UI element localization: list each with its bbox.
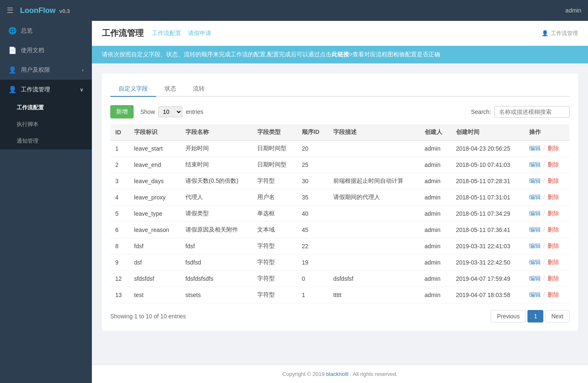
sidebar-item-label: 用户及权限 [21, 66, 50, 74]
col-name: 字段名称 [180, 124, 252, 141]
sidebar-item-overview[interactable]: 🌐 总览 [0, 21, 92, 40]
table-row: 8 fdsf fdsf 字符型 22 admin 2019-03-31 22:4… [110, 238, 570, 254]
cell-order: 25 [297, 157, 328, 173]
cell-identifier: test [129, 287, 180, 303]
cell-order: 19 [297, 254, 328, 271]
cell-order: 35 [297, 189, 328, 206]
action-separator: / [543, 226, 545, 233]
menu-toggle-icon[interactable]: ☰ [7, 6, 13, 15]
sidebar-item-workflow[interactable]: 👤 工作流管理 ∨ [0, 80, 92, 99]
delete-link[interactable]: 删除 [547, 210, 559, 217]
cell-order: 45 [297, 222, 328, 238]
cell-created-at: 2018-05-11 07:28:31 [451, 173, 524, 189]
cell-actions: 编辑 / 删除 [524, 141, 570, 157]
add-button[interactable]: 新增 [110, 105, 134, 118]
sidebar-sub-item-exec-script[interactable]: 执行脚本 [0, 116, 92, 133]
edit-link[interactable]: 编辑 [529, 291, 541, 298]
next-button[interactable]: Next [545, 310, 570, 323]
table-row: 3 leave_days 请假天数(0.5的倍数) 字符型 30 前端根据起止时… [110, 173, 570, 189]
cell-name: stsets [180, 287, 252, 303]
delete-link[interactable]: 删除 [547, 242, 559, 249]
cell-identifier: leave_days [129, 173, 180, 189]
show-entries: Show 10 25 50 100 entries [140, 106, 203, 117]
cell-identifier: leave_reason [129, 222, 180, 238]
page-nav-link-workflow-config[interactable]: 工作流配置 [152, 30, 181, 36]
delete-link[interactable]: 删除 [547, 259, 559, 265]
tab-transfer[interactable]: 流转 [185, 82, 213, 97]
page-header-right: 👤 工作流管理 [542, 30, 578, 37]
alert-text: 请依次按照自定义字段、状态、流转的顺序来完成工作流的配置,配置完成后可以通过点击 [102, 51, 332, 58]
delete-link[interactable]: 删除 [547, 161, 559, 168]
table-row: 12 sfdsfdsf fdsfdsfsdfs 字符型 0 dsfdsfsf a… [110, 271, 570, 287]
edit-link[interactable]: 编辑 [529, 275, 541, 282]
data-table: ID 字段标识 字段名称 字段类型 顺序ID 字段描述 创建人 创建时间 操作 [110, 124, 570, 303]
edit-link[interactable]: 编辑 [529, 259, 541, 265]
cell-creator: admin [420, 157, 451, 173]
breadcrumb-text: 工作流管理 [551, 30, 578, 37]
edit-link[interactable]: 编辑 [529, 226, 541, 233]
main-content: 工作流管理 工作流配置 请假申请 👤 工作流管理 请依次按照自定义字段、状态、流… [92, 21, 588, 383]
search-input[interactable] [494, 106, 570, 118]
sidebar-item-label: 总览 [21, 27, 33, 35]
edit-link[interactable]: 编辑 [529, 194, 541, 200]
delete-link[interactable]: 删除 [547, 275, 559, 282]
sidebar-item-users[interactable]: 👤 用户及权限 ‹ [0, 60, 92, 80]
page-nav: 工作流配置 请假申请 [152, 30, 216, 37]
cell-type: 文本域 [252, 222, 297, 238]
cell-creator: admin [420, 222, 451, 238]
edit-link[interactable]: 编辑 [529, 145, 541, 151]
delete-link[interactable]: 删除 [547, 145, 559, 151]
sidebar-item-label: 使用文档 [21, 47, 44, 54]
page-1-button[interactable]: 1 [527, 310, 543, 323]
cell-creator: admin [420, 141, 451, 157]
cell-name: 结束时间 [180, 157, 252, 173]
cell-actions: 编辑 / 删除 [524, 222, 570, 238]
footer-text: Copyright © 2019 [282, 371, 326, 377]
previous-button[interactable]: Previous [491, 310, 526, 323]
edit-link[interactable]: 编辑 [529, 210, 541, 217]
sidebar-submenu: 工作流配置 执行脚本 通知管理 [0, 99, 92, 149]
cell-desc: 前端根据起止时间自动计算 [328, 173, 420, 189]
edit-link[interactable]: 编辑 [529, 242, 541, 249]
cell-identifier: leave_start [129, 141, 180, 157]
cell-actions: 编辑 / 删除 [524, 189, 570, 206]
cell-id: 1 [110, 141, 129, 157]
cell-created-at: 2018-04-23 20:56:25 [451, 141, 524, 157]
cell-type: 字符型 [252, 254, 297, 271]
table-row: 1 leave_start 开始时间 日期时间型 20 admin 2018-0… [110, 141, 570, 157]
col-actions: 操作 [524, 124, 570, 141]
action-separator: / [543, 275, 545, 282]
delete-link[interactable]: 删除 [547, 226, 559, 233]
col-id: ID [110, 124, 129, 141]
logo: LoonFlow v0.3 [20, 6, 70, 15]
footer-link[interactable]: blackholll [326, 371, 348, 377]
sidebar-sub-item-workflow-config[interactable]: 工作流配置 [0, 99, 92, 116]
sidebar-item-label: 工作流管理 [21, 86, 50, 93]
sidebar-sub-item-notify-mgmt[interactable]: 通知管理 [0, 133, 92, 149]
cell-order: 30 [297, 173, 328, 189]
content-area: 自定义字段 状态 流转 新增 Show 10 25 50 [92, 63, 588, 365]
delete-link[interactable]: 删除 [547, 291, 559, 298]
edit-link[interactable]: 编辑 [529, 161, 541, 168]
tabs: 自定义字段 状态 流转 [110, 82, 570, 97]
action-separator: / [543, 291, 545, 298]
delete-link[interactable]: 删除 [547, 194, 559, 200]
cell-order: 1 [297, 287, 328, 303]
top-header: ☰ LoonFlow v0.3 admin [0, 0, 588, 21]
sidebar-item-docs[interactable]: 📄 使用文档 [0, 40, 92, 60]
delete-link[interactable]: 删除 [547, 177, 559, 184]
footer: Copyright © 2019 blackholll . All rights… [92, 365, 588, 383]
page-nav-link-leave[interactable]: 请假申请 [188, 30, 211, 36]
edit-link[interactable]: 编辑 [529, 177, 541, 184]
tab-status[interactable]: 状态 [156, 82, 185, 97]
show-label: Show [140, 108, 155, 115]
tab-custom-fields[interactable]: 自定义字段 [110, 82, 156, 97]
pagination: Previous 1 Next [491, 310, 570, 323]
cell-identifier: dsf [129, 254, 180, 271]
alert-link[interactable]: 此链接 [332, 51, 349, 58]
cell-order: 20 [297, 141, 328, 157]
cell-created-at: 2018-05-11 07:36:41 [451, 222, 524, 238]
cell-name: fsdfsd [180, 254, 252, 271]
cell-actions: 编辑 / 删除 [524, 254, 570, 271]
entries-select[interactable]: 10 25 50 100 [158, 106, 182, 117]
